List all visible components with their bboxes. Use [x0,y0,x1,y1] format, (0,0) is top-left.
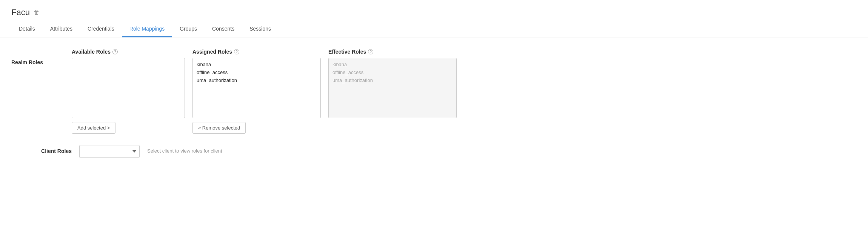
effective-roles-label: Effective Roles ? [328,49,373,55]
tab-details[interactable]: Details [11,21,43,37]
effective-roles-box: kibana offline_access uma_authorization [328,58,457,118]
list-item[interactable]: uma_authorization [195,76,318,84]
list-item[interactable]: kibana [195,60,318,68]
available-roles-section: Available Roles ? Add selected > [72,49,185,134]
list-item: kibana [331,60,454,68]
client-roles-select[interactable] [79,145,140,158]
assigned-roles-box[interactable]: kibana offline_access uma_authorization [192,58,321,118]
list-item: uma_authorization [331,76,454,84]
client-select-wrapper [79,145,140,158]
client-roles-section: Client Roles Select client to view roles… [11,145,857,158]
tab-credentials[interactable]: Credentials [80,21,122,37]
tab-attributes[interactable]: Attributes [43,21,80,37]
realm-roles-label: Realm Roles [11,59,43,65]
assigned-roles-section: Assigned Roles ? kibana offline_access u… [192,49,321,134]
client-roles-label-col: Client Roles [11,145,72,157]
client-roles-label: Client Roles [41,148,72,154]
tab-sessions[interactable]: Sessions [242,21,279,37]
list-item: offline_access [331,68,454,76]
list-item[interactable]: offline_access [195,68,318,76]
realm-roles-section: Realm Roles [11,49,72,68]
page-title: Facu [11,8,30,17]
role-mappings-container: Realm Roles Available Roles ? Add select… [11,49,857,134]
tab-groups[interactable]: Groups [172,21,205,37]
client-roles-hint: Select client to view roles for client [147,145,222,154]
tab-role-mappings[interactable]: Role Mappings [122,21,172,37]
assigned-roles-help-icon[interactable]: ? [234,49,239,54]
page-header: Facu 🗑 [0,0,868,17]
available-roles-label: Available Roles ? [72,49,118,55]
available-roles-help-icon[interactable]: ? [112,49,118,54]
trash-icon[interactable]: 🗑 [34,9,40,16]
assigned-roles-label: Assigned Roles ? [192,49,239,55]
add-selected-button[interactable]: Add selected > [72,122,115,134]
remove-selected-button[interactable]: « Remove selected [192,122,246,134]
tab-nav: Details Attributes Credentials Role Mapp… [0,21,868,37]
content-area: Realm Roles Available Roles ? Add select… [0,37,868,169]
effective-roles-section: Effective Roles ? kibana offline_access … [328,49,457,118]
available-roles-box[interactable] [72,58,185,118]
tab-consents[interactable]: Consents [205,21,242,37]
effective-roles-help-icon[interactable]: ? [368,49,373,54]
